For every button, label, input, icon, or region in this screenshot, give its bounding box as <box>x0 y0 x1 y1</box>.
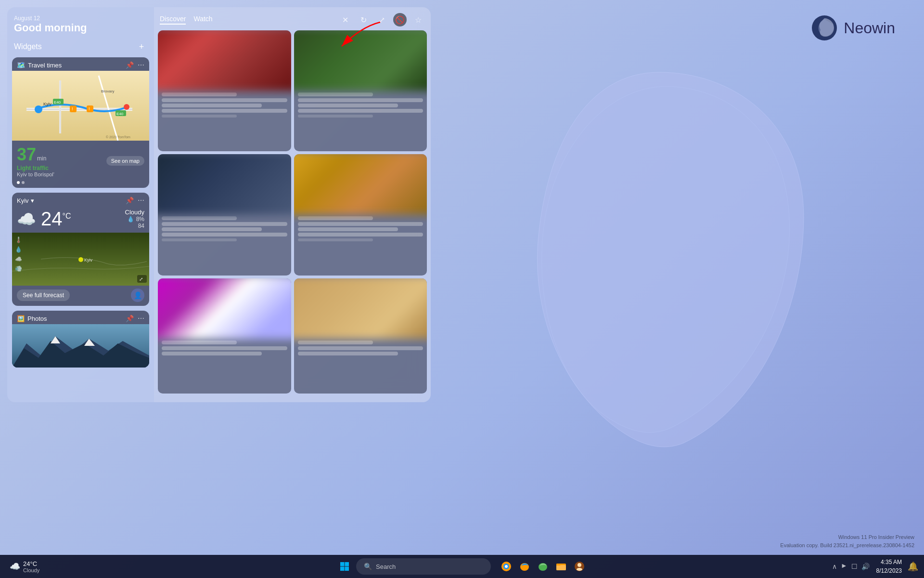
widgets-panel: August 12 Good morning Widgets + 🗺️ Trav… <box>7 7 431 402</box>
travel-times-widget: 🗺️ Travel times 📌 ⋯ <box>12 57 149 188</box>
svg-rect-33 <box>345 562 349 566</box>
weather-humidity: 💧 8% <box>125 216 144 223</box>
svg-rect-35 <box>345 567 349 571</box>
toolbar-actions: ✕ ↻ ⤢ 🚫 ☆ <box>338 13 425 26</box>
pin-icon[interactable]: 📌 <box>126 61 134 69</box>
news-text-lines-1 <box>162 92 287 118</box>
news-card-body-4 <box>294 212 427 247</box>
news-card-5[interactable] <box>158 278 291 394</box>
svg-point-11 <box>124 104 129 110</box>
svg-rect-34 <box>340 567 345 571</box>
weather-actions: 📌 ⋯ <box>126 197 144 204</box>
show-hidden-icon[interactable]: ∧ <box>831 562 838 571</box>
greeting-date: August 12 <box>14 15 147 22</box>
search-icon: 🔍 <box>364 563 372 570</box>
weather-map-icons: 🌡️ 💧 ☁️ 💨 <box>15 236 22 272</box>
news-card-2[interactable] <box>294 30 427 151</box>
expand-icon: 👤 <box>134 291 142 299</box>
travel-times-actions: 📌 ⋯ <box>126 61 144 69</box>
svg-point-45 <box>578 563 581 567</box>
content-area: Discover Watch ✕ ↻ ⤢ 🚫 ☆ <box>154 7 431 402</box>
weather-wind: 84 <box>125 223 144 229</box>
news-image-2 <box>294 30 427 91</box>
taskbar-app-edge-dev[interactable] <box>534 558 552 575</box>
tab-discover[interactable]: Discover <box>160 15 186 25</box>
photos-pin-icon[interactable]: 📌 <box>126 315 134 322</box>
weather-more-icon[interactable]: ⋯ <box>138 197 144 204</box>
widgets-sidebar: August 12 Good morning Widgets + 🗺️ Trav… <box>7 7 154 402</box>
svg-text:Kyiv: Kyiv <box>43 102 52 106</box>
back-icon[interactable]: ◄ <box>840 562 848 571</box>
svg-text:!: ! <box>72 106 73 111</box>
travel-dot-1 <box>17 181 20 184</box>
weather-condition: Cloudy <box>125 209 144 216</box>
news-card-1[interactable] <box>158 30 291 151</box>
travel-route: Kyiv to Borispol' <box>17 171 54 177</box>
block-icon[interactable]: 🚫 <box>393 13 407 26</box>
news-text-lines-3 <box>162 216 287 241</box>
search-bar[interactable]: 🔍 Search <box>356 558 491 575</box>
widgets-header: Widgets + <box>12 38 149 57</box>
svg-rect-32 <box>340 562 345 566</box>
widgets-add-button[interactable]: + <box>136 41 147 53</box>
drop-icon: 💧 <box>127 216 134 223</box>
news-image-5 <box>158 278 291 339</box>
taskbar-weather[interactable]: ☁️ 24°C Cloudy <box>6 558 43 575</box>
expand-icon[interactable]: ⤢ <box>375 13 388 26</box>
notification-icon[interactable]: 🔔 <box>908 561 918 572</box>
customize-icon[interactable]: ✕ <box>338 13 352 26</box>
weather-city[interactable]: Kyiv ▾ <box>17 197 34 204</box>
news-text-lines-5 <box>162 341 287 355</box>
start-button[interactable] <box>336 558 353 575</box>
weather-expand-button[interactable]: 👤 <box>131 289 144 302</box>
weather-header: Kyiv ▾ 📌 ⋯ <box>12 193 149 206</box>
greeting-text: Good morning <box>14 22 147 34</box>
weather-temp-area: ☁️ 24°C <box>17 208 71 230</box>
svg-point-38 <box>505 565 508 568</box>
svg-point-8 <box>35 105 42 113</box>
travel-map: Kyiv Brovary ! ! © 2023 TomTom E40 <box>12 71 149 141</box>
volume-icon[interactable]: 🔊 <box>860 562 871 571</box>
thermometer-icon: 🌡️ <box>15 236 22 243</box>
svg-text:Brovary: Brovary <box>101 89 115 93</box>
photos-actions: 📌 ⋯ <box>126 315 144 322</box>
news-card-6[interactable] <box>294 278 427 394</box>
svg-text:© 2023 TomTom: © 2023 TomTom <box>106 135 130 139</box>
windows-logo-icon <box>340 562 349 571</box>
svg-text:E40: E40 <box>54 100 61 105</box>
neowin-logo: Neowin <box>811 14 895 41</box>
refresh-icon[interactable]: ↻ <box>357 13 370 26</box>
weather-temp-display: 24°C <box>41 208 71 230</box>
see-full-forecast-button[interactable]: See full forecast <box>17 289 70 301</box>
weather-map: Kyiv ⤢ 🌡️ 💧 ☁️ 💨 <box>12 233 149 286</box>
content-tabs: Discover Watch <box>160 15 213 25</box>
weather-pin-icon[interactable]: 📌 <box>126 197 134 204</box>
travel-dots <box>12 181 149 188</box>
taskbar-app-extra[interactable] <box>571 558 588 575</box>
screen-icon[interactable]: ☐ <box>850 562 859 571</box>
rain-icon: 💧 <box>15 246 22 253</box>
star-icon[interactable]: ☆ <box>411 13 425 26</box>
neowin-icon <box>811 14 838 41</box>
taskbar-date: 8/12/2023 <box>876 566 902 575</box>
taskbar-weather-info: 24°C Cloudy <box>23 560 39 573</box>
more-icon[interactable]: ⋯ <box>138 61 144 69</box>
taskbar-app-file-explorer[interactable] <box>552 558 570 575</box>
news-text-lines-4 <box>298 216 424 241</box>
travel-time-unit: min <box>37 155 46 162</box>
tab-watch[interactable]: Watch <box>193 15 212 25</box>
taskbar-center: 🔍 Search <box>336 558 588 575</box>
windows-watermark: Windows 11 Pro Insider Preview Evaluatio… <box>780 533 914 550</box>
weather-map-svg: Kyiv ⤢ <box>12 233 149 286</box>
taskbar-temp: 24°C <box>23 560 39 567</box>
photos-more-icon[interactable]: ⋯ <box>138 315 144 322</box>
news-card-4[interactable] <box>294 154 427 275</box>
taskbar-clock[interactable]: 4:35 AM 8/12/2023 <box>874 557 904 576</box>
taskbar-app-firefox-pre[interactable] <box>498 558 515 575</box>
news-card-3[interactable] <box>158 154 291 275</box>
neowin-text: Neowin <box>844 19 895 37</box>
travel-dot-2 <box>22 181 25 184</box>
see-on-map-button[interactable]: See on map <box>106 156 144 166</box>
svg-text:E40: E40 <box>116 112 124 116</box>
taskbar-app-edge-canary[interactable] <box>516 558 533 575</box>
